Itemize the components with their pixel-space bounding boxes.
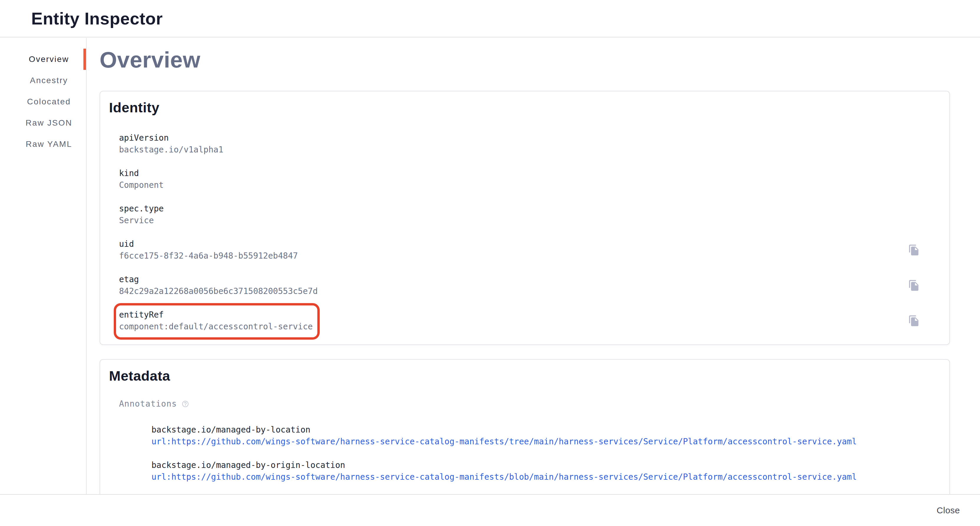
dialog-body: Overview Ancestry Colocated Raw JSON Raw… <box>0 38 980 494</box>
copy-icon <box>908 315 920 327</box>
close-button[interactable]: Close <box>928 500 968 520</box>
field-label: etag <box>119 274 318 285</box>
dialog-header: Entity Inspector <box>0 0 980 37</box>
sidebar-item-label: Raw YAML <box>25 139 72 149</box>
annotation-link[interactable]: url:https://github.com/wings-software/ha… <box>151 436 857 448</box>
sidebar-item-label: Colocated <box>27 97 71 107</box>
field-label: kind <box>119 167 164 179</box>
copy-entityref-button[interactable] <box>905 311 923 330</box>
sidebar-item-label: Overview <box>29 54 69 64</box>
sidebar-item-raw-yaml[interactable]: Raw YAML <box>0 134 86 155</box>
annotation-key: backstage.io/managed-by-location <box>151 424 940 436</box>
entity-inspector-dialog: Entity Inspector Overview Ancestry Coloc… <box>0 0 980 526</box>
copy-etag-button[interactable] <box>905 276 923 295</box>
sidebar-item-raw-json[interactable]: Raw JSON <box>0 112 86 134</box>
overview-panel: Overview Identity apiVersion backstage.i… <box>87 38 980 494</box>
field-label: uid <box>119 238 298 250</box>
copy-uid-button[interactable] <box>905 241 923 260</box>
metadata-card-title: Metadata <box>109 367 940 385</box>
field-row-spec-type: spec.type Service <box>119 203 940 226</box>
identity-field-list: apiVersion backstage.io/v1alpha1 kind Co… <box>119 132 940 333</box>
page-title: Overview <box>100 47 980 73</box>
field-spec-type: spec.type Service <box>119 203 164 226</box>
copy-icon <box>908 279 920 291</box>
field-value: f6cce175-8f32-4a6a-b948-b55912eb4847 <box>119 250 298 262</box>
metadata-card: Metadata Annotations backstage.io/manage… <box>100 359 950 494</box>
field-apiversion: apiVersion backstage.io/v1alpha1 <box>119 132 223 156</box>
field-value: component:default/accesscontrol-service <box>119 321 313 333</box>
field-row-etag: etag 842c29a2a12268a0056be6c371508200553… <box>119 274 940 297</box>
sidebar-item-label: Ancestry <box>30 76 68 85</box>
field-row-kind: kind Component <box>119 167 940 191</box>
sidebar-item-colocated[interactable]: Colocated <box>0 91 86 112</box>
field-label: apiVersion <box>119 132 223 144</box>
inspector-sidebar: Overview Ancestry Colocated Raw JSON Raw… <box>0 38 87 494</box>
annotation-link[interactable]: url:https://github.com/wings-software/ha… <box>151 471 857 483</box>
help-outline-icon[interactable] <box>181 400 189 408</box>
annotation-managed-by-location: backstage.io/managed-by-location url:htt… <box>151 424 940 448</box>
field-value: Component <box>119 179 164 191</box>
sidebar-item-overview[interactable]: Overview <box>0 49 86 70</box>
copy-icon <box>908 244 920 256</box>
entityref-highlight-annotation: entityRef component:default/accesscontro… <box>114 303 320 340</box>
dialog-title: Entity Inspector <box>31 8 163 28</box>
field-value: backstage.io/v1alpha1 <box>119 144 223 156</box>
field-label: entityRef <box>119 309 313 321</box>
field-uid: uid f6cce175-8f32-4a6a-b948-b55912eb4847 <box>119 238 298 262</box>
field-etag: etag 842c29a2a12268a0056be6c371508200553… <box>119 274 318 297</box>
dialog-footer: Close <box>0 494 980 526</box>
field-label: spec.type <box>119 203 164 215</box>
field-row-entityref: entityRef component:default/accesscontro… <box>119 309 940 333</box>
annotation-list: backstage.io/managed-by-location url:htt… <box>151 424 940 483</box>
annotation-managed-by-origin-location: backstage.io/managed-by-origin-location … <box>151 459 940 483</box>
sidebar-item-ancestry[interactable]: Ancestry <box>0 70 86 91</box>
field-value: Service <box>119 215 164 226</box>
annotations-label: Annotations <box>119 398 177 410</box>
identity-card-title: Identity <box>109 99 940 117</box>
field-kind: kind Component <box>119 167 164 191</box>
field-row-apiversion: apiVersion backstage.io/v1alpha1 <box>119 132 940 156</box>
sidebar-item-label: Raw JSON <box>25 118 72 128</box>
active-tab-indicator <box>83 49 86 70</box>
field-value: 842c29a2a12268a0056be6c371508200553c5e7d <box>119 285 318 297</box>
annotation-key: backstage.io/managed-by-origin-location <box>151 459 940 471</box>
field-entityref: entityRef component:default/accesscontro… <box>119 309 313 333</box>
annotations-header: Annotations <box>119 398 940 410</box>
identity-card: Identity apiVersion backstage.io/v1alpha… <box>100 91 950 345</box>
field-row-uid: uid f6cce175-8f32-4a6a-b948-b55912eb4847 <box>119 238 940 262</box>
